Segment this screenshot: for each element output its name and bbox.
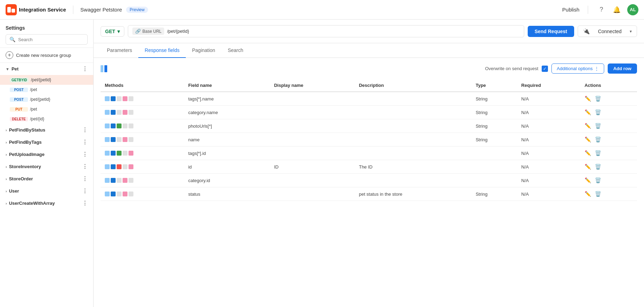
sidebar-group-storeinventory[interactable]: › StoreInventory ⋮ — [0, 160, 93, 173]
table-icon — [101, 65, 107, 72]
tab-response-fields[interactable]: Response fields — [138, 43, 186, 58]
method-badge-put: PUT — [10, 107, 28, 112]
delete-icon-6[interactable]: 🗑️ — [595, 177, 601, 184]
method-badge-post-petid: POST — [10, 97, 28, 102]
create-resource-group-button[interactable]: + Create new resource group — [0, 48, 93, 63]
col-description: Description — [355, 79, 471, 92]
additional-options-button[interactable]: Additional options ⋮ — [551, 63, 604, 74]
sidebar-item-getbyid-pet[interactable]: GETBYID /pet/{petId} — [0, 75, 93, 85]
edit-icon-5[interactable]: ✏️ — [585, 164, 591, 170]
overwrite-checkbox[interactable]: ✓ — [542, 66, 548, 72]
edit-icon-0[interactable]: ✏️ — [585, 96, 591, 102]
search-input[interactable] — [18, 37, 84, 42]
cell-required-0: N/A — [517, 92, 580, 106]
sidebar-header: Settings 🔍 — [0, 20, 93, 48]
notification-icon[interactable]: 🔔 — [612, 5, 622, 15]
chevron-right-icon-3: › — [6, 152, 7, 157]
sidebar-group-petuploadimage[interactable]: › PetUploadImage ⋮ — [0, 148, 93, 160]
cell-display-name-5: ID — [270, 160, 355, 174]
cell-actions-5: ✏️ 🗑️ — [580, 160, 637, 174]
tab-bar: Parameters Response fields Pagination Se… — [94, 43, 644, 58]
more-icon-storeorder[interactable]: ⋮ — [82, 175, 88, 182]
edit-icon-7[interactable]: ✏️ — [585, 191, 591, 197]
more-icon-user[interactable]: ⋮ — [82, 188, 88, 194]
cell-description-3 — [355, 133, 471, 147]
more-icon-petfindbystatus[interactable]: ⋮ — [82, 127, 88, 133]
tab-pagination[interactable]: Pagination — [186, 43, 221, 58]
sidebar-group-petfindbytags[interactable]: › PetFindByTags ⋮ — [0, 136, 93, 148]
delete-icon-2[interactable]: 🗑️ — [595, 123, 601, 129]
more-icon-petfindbytags[interactable]: ⋮ — [82, 139, 88, 145]
tab-parameters[interactable]: Parameters — [101, 43, 138, 58]
cell-field-name-3: name — [184, 133, 270, 147]
sidebar-group-petfindbystatus[interactable]: › PetFindByStatus ⋮ — [0, 124, 93, 136]
base-url-label: Base URL — [142, 29, 162, 34]
delete-icon-1[interactable]: 🗑️ — [595, 109, 601, 115]
more-icon-usercreatewitharray[interactable]: ⋮ — [82, 200, 88, 207]
sidebar-item-post-petid[interactable]: POST /pet/{petId} — [0, 95, 93, 104]
cell-field-name-7: status — [184, 187, 270, 201]
edit-icon-6[interactable]: ✏️ — [585, 177, 591, 184]
delete-icon-0[interactable]: 🗑️ — [595, 96, 601, 102]
method-path-getbyid: /pet/{petId} — [31, 77, 51, 82]
col-required: Required — [517, 79, 580, 92]
chevron-right-icon-6: › — [6, 189, 7, 193]
response-fields-table: Methods Field name Display name Descript… — [101, 79, 637, 201]
sidebar-item-delete-pet[interactable]: DELETE /pet/{id} — [0, 114, 93, 124]
avatar[interactable]: AL — [627, 4, 638, 15]
cell-methods-7 — [101, 187, 184, 201]
cell-field-name-2: photoUrls[*] — [184, 119, 270, 133]
sidebar-group-pet[interactable]: ▼ Pet ⋮ — [0, 63, 93, 75]
delete-icon-7[interactable]: 🗑️ — [595, 191, 601, 197]
delete-icon-4[interactable]: 🗑️ — [595, 150, 601, 156]
method-select[interactable]: GET ▾ — [101, 26, 124, 37]
sidebar-scroll: ▼ Pet ⋮ GETBYID /pet/{petId} POST /pet P… — [0, 63, 93, 307]
edit-icon-3[interactable]: ✏️ — [585, 136, 591, 143]
delete-icon-5[interactable]: 🗑️ — [595, 164, 601, 170]
tab-search[interactable]: Search — [221, 43, 249, 58]
brand-logo — [6, 4, 17, 15]
sidebar-item-post-pet[interactable]: POST /pet — [0, 85, 93, 95]
add-row-button[interactable]: Add row — [608, 63, 637, 74]
cell-type-5 — [471, 160, 517, 174]
edit-icon-1[interactable]: ✏️ — [585, 109, 591, 115]
sidebar-group-user[interactable]: › User ⋮ — [0, 185, 93, 197]
nav-divider — [73, 6, 73, 14]
base-url-badge[interactable]: 🔗 Base URL — [132, 28, 164, 35]
connected-select[interactable]: 🔌 Connected ▾ — [578, 25, 637, 37]
main-panel: GET ▾ 🔗 Base URL /pet/{petId} Send Reque… — [94, 20, 644, 307]
publish-button[interactable]: Publish — [562, 7, 579, 13]
more-icon-pet[interactable]: ⋮ — [82, 66, 88, 72]
col-display-name: Display name — [270, 79, 355, 92]
send-request-button[interactable]: Send Request — [528, 26, 574, 37]
table-row: photoUrls[*] String N/A ✏️ 🗑️ — [101, 119, 637, 133]
delete-icon-3[interactable]: 🗑️ — [595, 136, 601, 143]
table-row: id ID The ID N/A ✏️ 🗑️ — [101, 160, 637, 174]
cell-field-name-0: tags[*].name — [184, 92, 270, 106]
method-label: GET — [105, 29, 115, 34]
group-label-storeinventory: StoreInventory — [9, 164, 41, 169]
edit-icon-4[interactable]: ✏️ — [585, 150, 591, 156]
request-bar: GET ▾ 🔗 Base URL /pet/{petId} Send Reque… — [94, 20, 644, 43]
sidebar-group-usercreatewitharray[interactable]: › UserCreateWithArray ⋮ — [0, 197, 93, 209]
sidebar-group-storeorder[interactable]: › StoreOrder ⋮ — [0, 173, 93, 185]
cell-actions-2: ✏️ 🗑️ — [580, 119, 637, 133]
group-label-usercreatewitharray: UserCreateWithArray — [9, 201, 55, 206]
cell-actions-4: ✏️ 🗑️ — [580, 147, 637, 160]
edit-icon-2[interactable]: ✏️ — [585, 123, 591, 129]
nav-right: Publish ? 🔔 AL — [562, 4, 638, 15]
cell-display-name-0 — [270, 92, 355, 106]
cell-methods-2 — [101, 119, 184, 133]
cell-methods-3 — [101, 133, 184, 147]
more-icon-petuploadimage[interactable]: ⋮ — [82, 151, 88, 158]
help-icon[interactable]: ? — [597, 5, 606, 15]
sidebar-search-container[interactable]: 🔍 — [6, 34, 88, 45]
group-label-pet: Pet — [12, 66, 19, 72]
overwrite-label: Overwrite on send request — [485, 66, 538, 71]
cell-actions-1: ✏️ 🗑️ — [580, 106, 637, 119]
more-icon-storeinventory[interactable]: ⋮ — [82, 163, 88, 170]
url-bar: 🔗 Base URL /pet/{petId} — [128, 25, 524, 37]
sidebar-item-put-pet[interactable]: PUT /pet — [0, 104, 93, 114]
group-label-petuploadimage: PetUploadImage — [9, 152, 45, 157]
create-group-label: Create new resource group — [16, 53, 71, 58]
